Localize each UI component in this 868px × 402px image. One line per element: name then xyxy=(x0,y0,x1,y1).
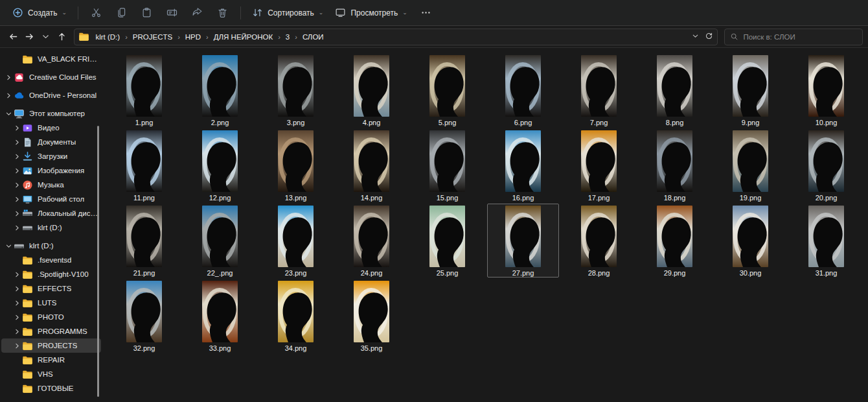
chevron-right-icon[interactable] xyxy=(12,182,22,188)
file-tile-11.png[interactable]: 11.png xyxy=(108,128,180,202)
sidebar-item--spotlight-v100[interactable]: .Spotlight-V100 xyxy=(1,267,101,281)
up-button[interactable] xyxy=(54,29,70,45)
file-tile-21.png[interactable]: 21.png xyxy=(108,204,180,278)
file-tile-30.png[interactable]: 30.png xyxy=(714,204,786,278)
chevron-right-icon[interactable] xyxy=(12,314,22,320)
file-tile-19.png[interactable]: 19.png xyxy=(714,128,786,202)
file-tile-23.png[interactable]: 23.png xyxy=(260,204,332,278)
chevron-right-icon[interactable] xyxy=(12,286,22,292)
file-tile-20.png[interactable]: 20.png xyxy=(790,128,862,202)
file-tile-31.png[interactable]: 31.png xyxy=(790,204,862,278)
sidebar-scrollbar[interactable] xyxy=(97,126,99,397)
new-button[interactable]: Создать ⌄ xyxy=(6,3,73,22)
chevron-down-icon[interactable] xyxy=(4,243,14,249)
file-tile-22_.png[interactable]: 22_.png xyxy=(184,204,256,278)
breadcrumb-segment[interactable]: klrt (D:) xyxy=(92,32,123,42)
forward-button[interactable] xyxy=(21,29,38,45)
chevron-right-icon[interactable] xyxy=(12,154,22,160)
file-tile-4.png[interactable]: 4.png xyxy=(336,53,407,127)
sidebar-item-projects[interactable]: PROJECTS xyxy=(1,338,101,353)
file-tile-16.png[interactable]: 16.png xyxy=(487,128,559,202)
breadcrumb-segment[interactable]: PROJECTS xyxy=(130,32,176,42)
refresh-icon[interactable] xyxy=(705,31,713,43)
paste-button[interactable] xyxy=(134,3,159,23)
file-tile-15.png[interactable]: 15.png xyxy=(411,128,483,202)
cut-button[interactable] xyxy=(84,3,109,23)
file-tile-25.png[interactable]: 25.png xyxy=(411,204,483,278)
file-tile-1.png[interactable]: 1.png xyxy=(108,53,180,127)
sidebar-item-onedrive-personal[interactable]: OneDrive - Personal xyxy=(1,88,101,102)
chevron-right-icon[interactable] xyxy=(12,125,22,131)
share-button[interactable] xyxy=(185,3,210,23)
file-tile-12.png[interactable]: 12.png xyxy=(184,128,256,202)
file-tile-9.png[interactable]: 9.png xyxy=(714,53,786,127)
chevron-right-icon[interactable] xyxy=(12,196,22,202)
sidebar-item-luts[interactable]: LUTS xyxy=(1,296,101,310)
sidebar-item-vhs[interactable]: VHS xyxy=(1,367,101,381)
sidebar-item-photo[interactable]: PHOTO xyxy=(1,310,101,324)
rename-button[interactable] xyxy=(159,3,185,23)
more-options-button[interactable] xyxy=(413,3,439,23)
address-bar[interactable]: klrt (D:)›PROJECTS›HPD›ДЛЯ НЕЙРОНОК›3›СЛ… xyxy=(74,29,718,45)
breadcrumb-segment[interactable]: СЛОИ xyxy=(299,32,327,42)
chevron-right-icon[interactable] xyxy=(12,329,22,335)
sidebar-item-klrt-d-[interactable]: klrt (D:) xyxy=(1,239,101,253)
file-tile-17.png[interactable]: 17.png xyxy=(563,128,635,202)
file-tile-27.png[interactable]: 27.png xyxy=(487,204,559,278)
back-button[interactable] xyxy=(5,29,21,45)
file-tile-7.png[interactable]: 7.png xyxy=(563,53,635,127)
delete-button[interactable] xyxy=(210,3,235,23)
chevron-right-icon[interactable] xyxy=(12,168,22,174)
file-tile-3.png[interactable]: 3.png xyxy=(260,53,332,127)
file-tile-28.png[interactable]: 28.png xyxy=(563,204,635,278)
recent-locations-button[interactable] xyxy=(38,29,54,45)
file-tile-33.png[interactable]: 33.png xyxy=(184,279,256,353)
file-tile-6.png[interactable]: 6.png xyxy=(487,53,559,127)
chevron-down-icon[interactable] xyxy=(4,111,14,117)
search-input[interactable] xyxy=(743,33,857,41)
sidebar-item--fseventsd[interactable]: .fseventsd xyxy=(1,253,101,267)
address-dropdown-icon[interactable] xyxy=(691,31,700,43)
file-tile-24.png[interactable]: 24.png xyxy=(336,204,407,278)
sidebar-item-рабочий-стол[interactable]: Рабочий стол xyxy=(1,192,101,206)
chevron-right-icon[interactable] xyxy=(12,272,22,278)
sidebar-item-klrt-d-[interactable]: klrt (D:) xyxy=(1,220,101,235)
view-button[interactable]: Просмотреть ⌄ xyxy=(329,3,413,22)
sort-button[interactable]: Сортировать ⌄ xyxy=(246,3,329,22)
sidebar-item-музыка[interactable]: Музыка xyxy=(1,178,101,192)
file-tile-2.png[interactable]: 2.png xyxy=(184,53,256,127)
chevron-right-icon[interactable] xyxy=(12,211,22,217)
file-tile-8.png[interactable]: 8.png xyxy=(639,53,711,127)
file-tile-5.png[interactable]: 5.png xyxy=(411,53,483,127)
breadcrumb-segment[interactable]: ДЛЯ НЕЙРОНОК xyxy=(211,32,276,42)
search-box[interactable] xyxy=(724,29,863,45)
sidebar-item-va-black-friday[interactable]: VA_BLACK FRIDAY xyxy=(1,52,101,66)
sidebar-item-programms[interactable]: PROGRAMMS xyxy=(1,324,101,338)
chevron-right-icon[interactable] xyxy=(4,93,14,99)
file-tile-18.png[interactable]: 18.png xyxy=(639,128,711,202)
copy-button[interactable] xyxy=(109,3,134,23)
file-tile-14.png[interactable]: 14.png xyxy=(336,128,407,202)
sidebar-item-effects[interactable]: EFFECTS xyxy=(1,281,101,296)
file-tile-29.png[interactable]: 29.png xyxy=(639,204,711,278)
file-tile-32.png[interactable]: 32.png xyxy=(108,279,180,353)
chevron-right-icon[interactable] xyxy=(4,75,14,80)
sidebar-item-изображения[interactable]: Изображения xyxy=(1,163,101,178)
breadcrumb-segment[interactable]: HPD xyxy=(182,32,204,42)
file-tile-10.png[interactable]: 10.png xyxy=(790,53,862,127)
sidebar-item-загрузки[interactable]: Загрузки xyxy=(1,149,101,163)
chevron-right-icon[interactable] xyxy=(12,139,22,145)
sidebar-item-creative-cloud-files[interactable]: Creative Cloud Files xyxy=(1,70,101,84)
sidebar-item-документы[interactable]: Документы xyxy=(1,135,101,149)
chevron-right-icon[interactable] xyxy=(12,300,22,306)
file-tile-34.png[interactable]: 34.png xyxy=(260,279,332,353)
file-tile-13.png[interactable]: 13.png xyxy=(260,128,332,202)
sidebar-item-видео[interactable]: Видео xyxy=(1,121,101,135)
sidebar-item-этот-компьютер[interactable]: Этот компьютер xyxy=(1,106,101,121)
chevron-right-icon[interactable] xyxy=(12,343,22,349)
chevron-right-icon[interactable] xyxy=(12,225,22,231)
breadcrumb-segment[interactable]: 3 xyxy=(282,32,293,42)
file-tile-35.png[interactable]: 35.png xyxy=(336,279,407,353)
sidebar-item-готовые[interactable]: ГОТОВЫЕ xyxy=(1,381,101,396)
sidebar-item-repair[interactable]: REPAIR xyxy=(1,353,101,367)
